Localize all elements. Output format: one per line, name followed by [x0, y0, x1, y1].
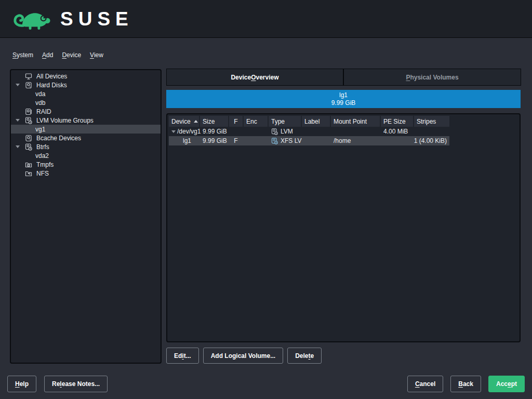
delete-button[interactable]: Delete [287, 348, 322, 364]
sidebar-item-hard-disks[interactable]: Hard Disks [11, 81, 161, 89]
sidebar-item-btrfs[interactable]: Btrfs [11, 142, 161, 151]
sidebar-item-all-devices[interactable]: All Devices [11, 72, 161, 81]
menu-system[interactable]: System [12, 51, 33, 59]
column-header-enc[interactable]: Enc [244, 116, 268, 127]
hard-disk-icon [25, 82, 36, 89]
lvm-icon [25, 143, 36, 151]
column-header-stripes[interactable]: Stripes [414, 116, 449, 127]
column-header-size[interactable]: Size [200, 116, 228, 127]
device-tree-panel: All Devices Hard Disks vda vdb RAID [10, 69, 162, 364]
expander-icon[interactable] [16, 84, 25, 86]
column-header-device[interactable]: Device [169, 116, 199, 127]
sidebar-item-vg1[interactable]: vg1 [11, 125, 161, 134]
folder-clock-icon [25, 161, 36, 168]
top-banner: SUSE [0, 0, 532, 38]
release-notes-button[interactable]: Release Notes... [44, 376, 108, 392]
xfs-lv-device-icon [271, 138, 278, 144]
footer-right: Cancel Back Accept [407, 376, 525, 392]
menu-add[interactable]: Add [42, 51, 53, 59]
column-header-label[interactable]: Label [302, 116, 330, 127]
column-header-type[interactable]: Type [269, 116, 301, 127]
column-header-mount-point[interactable]: Mount Point [331, 116, 380, 127]
menu-device[interactable]: Device [62, 51, 81, 59]
lvm-device-icon [271, 128, 278, 135]
table-header: Device Size F Enc Type Label Mount Point… [169, 116, 520, 127]
sidebar-item-lvm-volume-groups[interactable]: LVM Volume Groups [11, 116, 161, 125]
table-row-vg1[interactable]: /dev/vg1 9.99 GiB LVM 4.00 MiB [169, 127, 449, 136]
raid-icon [25, 108, 36, 115]
selected-device-name: lg1 [166, 91, 521, 99]
sidebar-item-bcache-devices[interactable]: Bcache Devices [11, 134, 161, 142]
sidebar-item-vda[interactable]: vda [11, 89, 161, 98]
brand-name: SUSE [60, 9, 134, 29]
sidebar-item-nfs[interactable]: NFS [11, 169, 161, 178]
expander-icon[interactable] [16, 145, 25, 148]
hard-disk-icon [25, 135, 36, 142]
sidebar-item-vda2[interactable]: vda2 [11, 151, 161, 160]
sidebar-item-vdb[interactable]: vdb [11, 98, 161, 107]
footer-left: Help Release Notes... [7, 376, 108, 392]
suse-chameleon-icon [11, 5, 55, 32]
folder-share-icon [25, 170, 36, 177]
row-expander-icon[interactable] [171, 130, 176, 133]
tab-device-overview[interactable]: Device Overview [166, 69, 343, 86]
edit-button[interactable]: Edit... [166, 348, 199, 364]
expander-icon[interactable] [16, 119, 25, 122]
help-button[interactable]: Help [7, 376, 36, 392]
add-logical-volume-button[interactable]: Add Logical Volume... [203, 348, 283, 364]
computer-icon [25, 73, 36, 80]
device-table-panel: Device Size F Enc Type Label Mount Point… [166, 113, 521, 342]
sidebar-item-tmpfs[interactable]: Tmpfs [11, 160, 161, 169]
column-header-pe-size[interactable]: PE Size [381, 116, 413, 127]
table-row-lg1[interactable]: lg1 9.99 GiB F XFS LV /home 1 (4.00 KiB) [169, 136, 449, 145]
back-button[interactable]: Back [450, 376, 481, 392]
table-actions: Edit... Add Logical Volume... Delete [166, 348, 322, 364]
sidebar-item-raid[interactable]: RAID [11, 107, 161, 116]
cancel-button[interactable]: Cancel [407, 376, 443, 392]
suse-logo: SUSE [11, 5, 134, 32]
selected-device-bar: lg1 9.99 GiB [166, 90, 521, 108]
accept-button[interactable]: Accept [488, 376, 525, 392]
column-header-f[interactable]: F [229, 116, 243, 127]
lvm-icon [25, 117, 36, 124]
menubar: System Add Device View [12, 51, 103, 59]
selected-device-size: 9.99 GiB [166, 99, 521, 107]
tab-physical-volumes[interactable]: Physical Volumes [343, 69, 521, 86]
menu-view[interactable]: View [90, 51, 103, 59]
sort-ascending-icon [194, 120, 198, 123]
